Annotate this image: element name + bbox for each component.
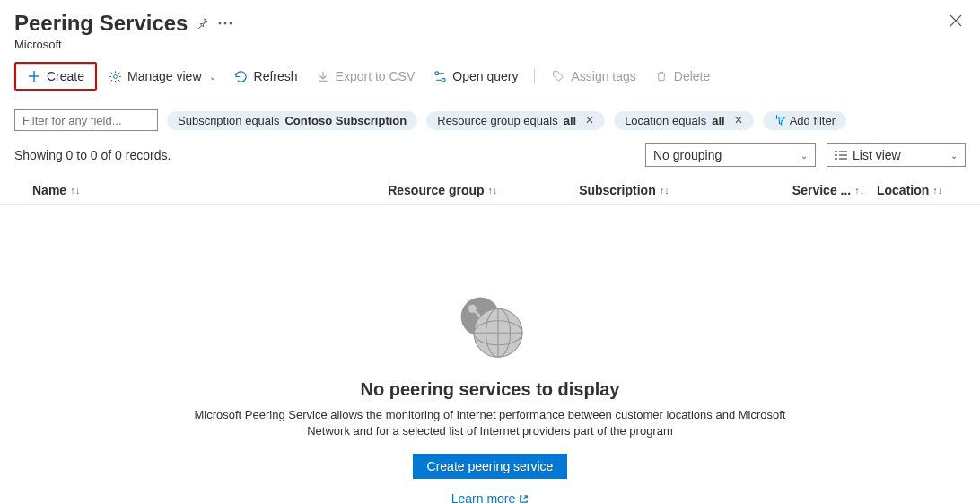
page-header: Peering Services Microsoft [0, 0, 980, 55]
list-icon [835, 150, 847, 160]
assign-tags-button[interactable]: Assign tags [544, 65, 643, 87]
column-header-location[interactable]: Location↑↓ [877, 183, 966, 197]
chevron-down-icon: ⌄ [801, 151, 808, 160]
assign-tags-label: Assign tags [571, 69, 635, 83]
filter-row: Subscription equals Contoso Subscription… [0, 109, 980, 131]
remove-filter-rg-icon[interactable]: ✕ [585, 114, 594, 126]
filter-sub-prefix: Subscription equals [178, 114, 279, 127]
refresh-button[interactable]: Refresh [227, 65, 305, 87]
col-loc-label: Location [877, 183, 929, 197]
grouping-dropdown[interactable]: No grouping ⌄ [645, 143, 816, 167]
svg-point-10 [556, 74, 557, 75]
col-svc-label: Service ... [792, 183, 851, 197]
manage-view-label: Manage view [127, 69, 202, 83]
svg-point-7 [113, 74, 117, 78]
empty-description: Microsoft Peering Service allows the mon… [176, 407, 804, 439]
empty-title: No peering services to display [18, 379, 962, 400]
filter-pill-resourcegroup[interactable]: Resource group equals all ✕ [426, 111, 605, 130]
column-header-name[interactable]: Name↑↓ [14, 183, 388, 197]
sort-icon: ↑↓ [932, 185, 942, 195]
sort-icon: ↑↓ [70, 185, 80, 195]
record-count-text: Showing 0 to 0 of 0 records. [14, 148, 171, 162]
filter-pill-subscription[interactable]: Subscription equals Contoso Subscription [167, 111, 417, 130]
svg-point-0 [219, 22, 222, 25]
gear-icon [108, 69, 122, 83]
query-icon [433, 69, 447, 83]
column-header-service[interactable]: Service ...↑↓ [792, 183, 877, 197]
open-query-label: Open query [452, 69, 518, 83]
svg-point-1 [224, 22, 227, 25]
page-title: Peering Services [14, 11, 188, 36]
page-subtitle: Microsoft [14, 38, 232, 51]
filter-pill-location[interactable]: Location equals all ✕ [614, 111, 754, 130]
sort-icon: ↑↓ [854, 185, 864, 195]
trash-icon [654, 69, 669, 83]
empty-state: No peering services to display Microsoft… [0, 205, 980, 503]
toolbar-divider [534, 68, 535, 84]
filter-loc-prefix: Location equals [625, 114, 706, 127]
filter-add-icon [774, 114, 786, 126]
column-header-subscription[interactable]: Subscription↑↓ [579, 183, 792, 197]
grouping-value: No grouping [653, 148, 722, 162]
status-row: Showing 0 to 0 of 0 records. No grouping… [0, 131, 980, 176]
create-label: Create [47, 69, 84, 83]
add-filter-button[interactable]: Add filter [763, 111, 846, 130]
svg-point-2 [230, 22, 232, 25]
remove-filter-loc-icon[interactable]: ✕ [734, 114, 743, 126]
toolbar: Create Manage view ⌄ Refresh Export to C… [0, 55, 980, 98]
globe-icon [18, 286, 962, 367]
external-link-icon [519, 494, 529, 503]
close-icon[interactable] [946, 11, 966, 30]
plus-icon [27, 69, 41, 83]
create-button[interactable]: Create [20, 65, 92, 87]
tag-icon [551, 69, 565, 83]
delete-button[interactable]: Delete [647, 65, 717, 87]
export-csv-label: Export to CSV [336, 69, 416, 83]
open-query-button[interactable]: Open query [425, 65, 525, 87]
filter-loc-value: all [712, 114, 724, 127]
refresh-icon [234, 69, 249, 83]
view-mode-value: List view [853, 148, 943, 162]
svg-point-9 [442, 78, 445, 82]
create-highlight: Create [14, 62, 97, 91]
table-header: Name↑↓ Resource group↑↓ Subscription↑↓ S… [0, 176, 980, 205]
svg-point-8 [435, 71, 439, 74]
delete-label: Delete [674, 69, 710, 83]
col-name-label: Name [32, 183, 66, 197]
learn-more-link[interactable]: Learn more [451, 491, 529, 503]
download-icon [316, 69, 330, 83]
chevron-down-icon: ⌄ [950, 151, 958, 160]
export-csv-button[interactable]: Export to CSV [309, 65, 423, 87]
filter-input[interactable] [14, 109, 158, 131]
column-header-resourcegroup[interactable]: Resource group↑↓ [388, 183, 579, 197]
filter-rg-value: all [564, 114, 576, 127]
manage-view-button[interactable]: Manage view ⌄ [101, 65, 223, 87]
col-sub-label: Subscription [579, 183, 656, 197]
view-mode-dropdown[interactable]: List view ⌄ [827, 143, 966, 167]
add-filter-label: Add filter [790, 114, 836, 127]
chevron-down-icon: ⌄ [209, 72, 216, 82]
col-rg-label: Resource group [388, 183, 484, 197]
sort-icon: ↑↓ [488, 185, 498, 195]
pin-icon[interactable] [197, 17, 209, 30]
filter-rg-prefix: Resource group equals [437, 114, 557, 127]
learn-more-label: Learn more [451, 491, 516, 503]
refresh-label: Refresh [254, 69, 298, 83]
more-icon[interactable] [218, 22, 232, 25]
filter-sub-value: Contoso Subscription [284, 114, 407, 127]
toolbar-separator [0, 100, 980, 100]
sort-icon: ↑↓ [660, 185, 669, 195]
create-peering-service-button[interactable]: Create peering service [413, 454, 568, 479]
